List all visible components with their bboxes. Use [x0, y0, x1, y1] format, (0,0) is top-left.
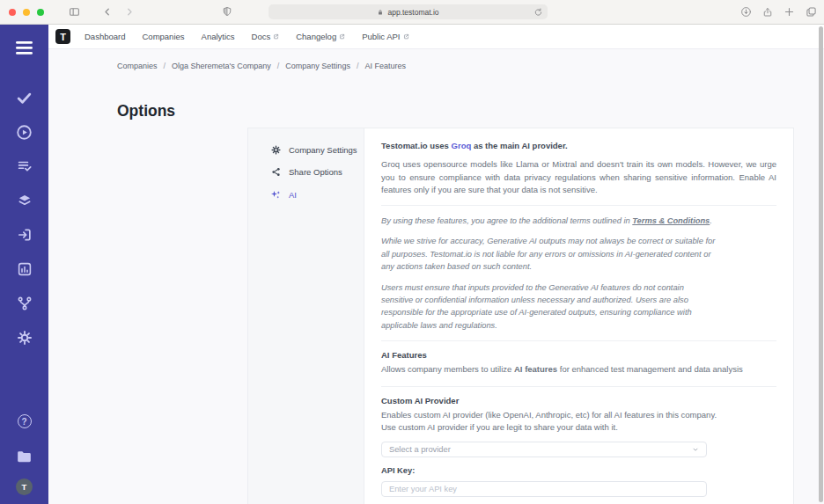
page-content: Companies / Olga Sheremeta's Company / C…	[48, 49, 824, 504]
breadcrumb-separator: /	[164, 62, 166, 70]
terms-note: By using these features, you agree to th…	[381, 215, 717, 227]
import-icon[interactable]	[13, 223, 36, 246]
nav-item-public-api[interactable]: Public API	[362, 32, 408, 41]
reload-icon[interactable]	[533, 7, 543, 18]
menu-item-label: AI	[289, 190, 297, 200]
app-window: app.testomat.io	[0, 0, 824, 504]
menu-item-ai[interactable]: AI	[248, 183, 364, 206]
new-tab-icon[interactable]	[784, 6, 795, 18]
ai-features-description: Allows company members to utilize AI fea…	[381, 363, 776, 376]
test-runs-icon[interactable]	[13, 155, 36, 178]
menu-item-company-settings[interactable]: Company Settings	[248, 139, 364, 161]
breadcrumb-separator: /	[357, 62, 359, 70]
url-text: app.testomat.io	[387, 8, 438, 17]
tab-overview-icon[interactable]	[806, 6, 817, 18]
breadcrumb-company-settings[interactable]: Company Settings	[285, 62, 350, 70]
downloads-icon[interactable]	[740, 6, 752, 18]
settings-gear-icon[interactable]	[13, 326, 36, 349]
settings-panel: Company Settings Share Options	[247, 128, 794, 504]
terms-conditions-link[interactable]: Terms & Conditions	[632, 216, 710, 225]
close-window-button[interactable]	[9, 9, 16, 16]
lock-icon	[377, 8, 384, 17]
external-link-icon	[339, 33, 345, 40]
browser-chrome: app.testomat.io	[0, 0, 824, 25]
external-link-icon	[403, 33, 409, 40]
chevron-down-icon	[692, 446, 699, 453]
ai-settings-content: Testomat.io uses Groq as the main AI pro…	[364, 128, 793, 504]
provider-select[interactable]: Select a provider	[381, 442, 707, 457]
accuracy-disclaimer: While we strive for accuracy, Generative…	[381, 235, 717, 273]
scrollbar-thumb[interactable]	[819, 26, 823, 502]
forward-icon[interactable]	[124, 6, 135, 18]
custom-provider-description: Enables custom AI provider (like OpenAI,…	[381, 409, 776, 434]
settings-menu: Company Settings Share Options	[248, 128, 364, 504]
provider-description: Groq uses opensource models like Llama o…	[381, 158, 776, 196]
api-key-input[interactable]	[381, 481, 707, 497]
play-circle-icon[interactable]	[13, 121, 36, 143]
projects-folder-icon[interactable]	[13, 444, 36, 467]
api-key-label: API Key:	[381, 466, 707, 475]
main-column: T Dashboard Companies Analytics Docs Cha…	[48, 25, 824, 504]
minimize-window-button[interactable]	[23, 9, 30, 16]
app-body: ? T T Dashboard Companies Analytics Docs…	[0, 25, 824, 504]
nav-item-analytics[interactable]: Analytics	[202, 32, 235, 41]
breadcrumb-ai-features: AI Features	[364, 62, 406, 70]
back-icon[interactable]	[102, 6, 113, 18]
sidebar-toggle-icon[interactable]	[69, 6, 80, 18]
check-icon[interactable]	[13, 86, 36, 109]
external-link-icon	[273, 33, 279, 40]
layers-icon[interactable]	[13, 189, 36, 212]
breadcrumb-separator: /	[277, 62, 280, 70]
provider-select-value: Select a provider	[389, 445, 451, 454]
menu-item-label: Company Settings	[289, 145, 357, 155]
top-navigation: T Dashboard Companies Analytics Docs Cha…	[48, 25, 824, 49]
testomat-logo[interactable]: T	[55, 29, 70, 44]
custom-provider-form: Select a provider API Key: Model: Max To…	[381, 442, 707, 504]
inputs-disclaimer: Users must ensure that inputs provided t…	[381, 281, 717, 332]
nav-item-dashboard[interactable]: Dashboard	[85, 32, 125, 41]
divider	[381, 386, 776, 387]
user-avatar[interactable]: T	[16, 478, 33, 495]
share-icon	[270, 167, 281, 177]
breadcrumb: Companies / Olga Sheremeta's Company / C…	[48, 49, 824, 70]
nav-item-companies[interactable]: Companies	[142, 32, 184, 41]
sparkles-icon	[270, 189, 281, 200]
privacy-shield-icon[interactable]	[222, 5, 232, 18]
page-title: Options	[117, 102, 824, 121]
gear-icon	[270, 145, 281, 155]
help-icon[interactable]: ?	[13, 410, 36, 433]
url-bar[interactable]: app.testomat.io	[269, 4, 548, 19]
branch-icon[interactable]	[13, 292, 36, 315]
nav-item-docs[interactable]: Docs	[252, 32, 280, 41]
breadcrumb-company[interactable]: Olga Sheremeta's Company	[172, 62, 271, 70]
breadcrumb-companies[interactable]: Companies	[117, 62, 158, 70]
window-scrollbar	[819, 26, 823, 502]
ai-features-title: AI Features	[381, 350, 776, 360]
divider	[381, 205, 776, 206]
menu-item-label: Share Options	[289, 167, 342, 177]
chrome-toolbar-right	[740, 6, 817, 18]
divider	[381, 340, 776, 341]
share-icon[interactable]	[762, 6, 773, 18]
nav-item-changelog[interactable]: Changelog	[296, 32, 345, 41]
menu-icon[interactable]	[13, 36, 36, 59]
menu-item-share-options[interactable]: Share Options	[248, 161, 364, 183]
groq-link[interactable]: Groq	[452, 141, 472, 150]
custom-provider-title: Custom AI Provider	[381, 396, 776, 405]
app-sidebar: ? T	[0, 25, 48, 504]
analytics-icon[interactable]	[13, 258, 36, 281]
traffic-lights	[9, 9, 44, 16]
provider-intro: Testomat.io uses Groq as the main AI pro…	[381, 140, 776, 151]
zoom-window-button[interactable]	[37, 9, 44, 16]
